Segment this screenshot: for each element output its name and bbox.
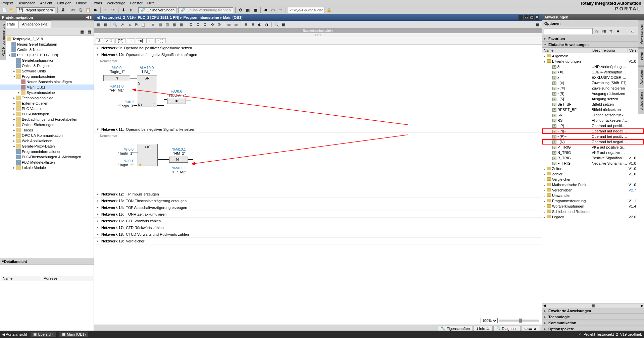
- instruction-row[interactable]: ▸ProgrammsteuerungV1.1: [542, 198, 644, 204]
- tree-item[interactable]: ▸Lokale Module: [0, 165, 94, 170]
- et-icon[interactable]: ⟲: [209, 21, 215, 27]
- sidetab[interactable]: Aufgaben: [638, 66, 644, 88]
- et-icon[interactable]: ▦: [95, 21, 101, 27]
- float-icon[interactable]: ▭: [524, 15, 529, 20]
- tree-item[interactable]: ▸Beobachtungs- und Forcetabellen: [0, 117, 94, 122]
- tree-item[interactable]: ▸Systembausteine: [0, 90, 94, 95]
- network-editor[interactable]: ▸Netzwerk 9:Operand bei positiver Signal…: [94, 45, 542, 325]
- network-header[interactable]: ▸Netzwerk 16:CTU Vorwärts zählen: [94, 218, 542, 224]
- network-header[interactable]: ▸Netzwerk 13:TON Einschaltverzögerung er…: [94, 198, 542, 204]
- quick-instr[interactable]: −o|: [136, 38, 145, 43]
- save-project-button[interactable]: 💾 Projekt speichern: [16, 7, 55, 13]
- print-icon[interactable]: 🖶: [60, 7, 66, 13]
- close-icon[interactable]: ✕: [535, 15, 539, 20]
- tree-item[interactable]: ▸Technologieobjekte: [0, 95, 94, 101]
- tree-item[interactable]: Neuen Baustein hinzufügen: [0, 79, 94, 84]
- main-ob1-tab[interactable]: ▦ Main (OB1): [59, 332, 88, 337]
- interface-bar[interactable]: Bausteinschnittstelle: [94, 29, 542, 33]
- tree-item[interactable]: PLC-Meldetextlisten: [0, 160, 94, 165]
- tree-tool-icon[interactable]: ▦: [79, 29, 85, 35]
- redo-icon[interactable]: ↷: [110, 7, 116, 13]
- menu-item[interactable]: Extras: [92, 1, 102, 5]
- instruction-row[interactable]: EP_TRIGVKE auf positive Signal...: [542, 145, 644, 150]
- n-box[interactable]: N: [103, 75, 130, 81]
- network-header[interactable]: ▸Netzwerk 17:CTD Rückwärts zählen: [94, 224, 542, 231]
- view-icon[interactable]: ▭: [630, 28, 636, 34]
- maximize-icon[interactable]: ▢: [529, 15, 534, 20]
- tb-icon[interactable]: ▭: [278, 7, 284, 13]
- instruction-row[interactable]: E−(N)−Operand bei negativer...: [542, 139, 644, 145]
- network-header[interactable]: ▸Netzwerk 19:Vergleicher: [94, 238, 542, 244]
- tree-item[interactable]: ▸Online-Sicherungen: [0, 122, 94, 127]
- et-icon[interactable]: 📋: [140, 21, 146, 27]
- instruction-row[interactable]: E−(P)−Operand bei positiver ...: [542, 134, 644, 139]
- project-tree[interactable]: ▾Testprojekt_2_V19Neues Gerät hinzufügen…: [0, 36, 94, 258]
- et-icon[interactable]: ↘: [126, 21, 132, 27]
- et-icon[interactable]: ▭: [226, 21, 232, 27]
- et-icon[interactable]: ▥: [164, 21, 170, 27]
- menu-item[interactable]: Projekt: [1, 1, 13, 5]
- overview-tab[interactable]: ▦ Übersicht: [31, 332, 56, 337]
- network-11-header[interactable]: ▾Netzwerk 11:Operand bei negstiver Signa…: [94, 126, 542, 133]
- et-icon[interactable]: ⊞: [243, 21, 249, 27]
- sect-simple[interactable]: ▾Einfache Anweisungen: [542, 42, 644, 48]
- tb-icon[interactable]: ▦: [252, 7, 258, 13]
- sect-favorites[interactable]: ▸Favoriten: [542, 36, 644, 42]
- tb-icon[interactable]: ▭: [270, 7, 276, 13]
- tree-item[interactable]: ▸PLC-Variablen: [0, 106, 94, 111]
- instruction-row[interactable]: ExEXKLUSIV ODER-Verkn...: [542, 75, 644, 80]
- et-icon[interactable]: ⎘: [133, 21, 139, 27]
- menu-item[interactable]: Ansicht: [40, 1, 52, 5]
- quick-instr[interactable]: ↔: [146, 38, 154, 43]
- tree-item[interactable]: ▾PLC_1 [CPU 1511-1 PN]: [0, 52, 94, 58]
- et-icon[interactable]: ◐: [257, 21, 263, 27]
- tree-item[interactable]: ▸Traces: [0, 127, 94, 133]
- sidetab[interactable]: Testen: [638, 48, 644, 65]
- instruction-row[interactable]: ER_TRIGPositive Signalflanke e...V1.0: [542, 155, 644, 161]
- instruction-row[interactable]: ▸LegacyV2.6: [542, 214, 644, 220]
- network-comment[interactable]: Kommentar: [100, 134, 536, 138]
- tree-item[interactable]: ▸PLC-Datentypen: [0, 111, 94, 117]
- et-icon[interactable]: 🔍: [112, 21, 118, 27]
- search-tool-icon[interactable]: ⇆: [608, 28, 614, 34]
- et-icon[interactable]: ⚙: [195, 21, 201, 27]
- et-icon[interactable]: ⚙: [202, 21, 208, 27]
- new-project-icon[interactable]: 📄: [1, 7, 7, 13]
- et-icon[interactable]: ▦: [171, 21, 177, 27]
- instruction-row[interactable]: ▸ZeitenV1.0: [542, 166, 644, 171]
- instruction-row[interactable]: ▸WortverknüpfungenV1.4: [542, 204, 644, 209]
- et-icon[interactable]: ↗: [119, 21, 125, 27]
- search-tool-icon[interactable]: iNt: [601, 28, 607, 34]
- tree-item[interactable]: ▸Software Units: [0, 68, 94, 74]
- open-project-icon[interactable]: 📂: [9, 7, 15, 13]
- instruction-row[interactable]: ERSFlipflop rücksetzen/set...: [542, 118, 644, 123]
- et-icon[interactable]: ◑: [264, 21, 270, 27]
- download-icon[interactable]: ⬇: [120, 7, 127, 13]
- minimize-icon[interactable]: _: [518, 15, 523, 20]
- et-icon[interactable]: ▦: [178, 21, 184, 27]
- sect-tech[interactable]: ▸Technologie: [542, 314, 644, 320]
- sidetab[interactable]: Anweisungen: [638, 20, 644, 48]
- menu-item[interactable]: Fenster: [130, 1, 142, 5]
- instruction-row[interactable]: ▸Schieben und Rotieren: [542, 209, 644, 214]
- upload-icon[interactable]: ⬆: [128, 7, 134, 13]
- tb-icon[interactable]: ✖: [263, 7, 269, 13]
- instruction-row[interactable]: E−[=]Zuweisung [Shift+F7]: [542, 80, 644, 86]
- instruction-row[interactable]: ▸Allgemein: [542, 53, 644, 59]
- et-icon[interactable]: ⊟: [250, 21, 256, 27]
- et-icon[interactable]: ▦: [102, 21, 108, 27]
- tree-item[interactable]: Main [OB1]: [0, 84, 94, 90]
- network-comment[interactable]: Kommentar: [100, 59, 536, 63]
- quick-instr[interactable]: →: [127, 38, 135, 43]
- sr-box[interactable]: SR: [137, 75, 157, 107]
- tree-item[interactable]: PLC-Überwachungen & -Meldungen: [0, 154, 94, 160]
- projnav-tab[interactable]: Anlagenobjekte: [18, 20, 51, 28]
- go-offline-button[interactable]: 🔗 Online-Verbindung trennen: [178, 7, 233, 13]
- tree-item[interactable]: ▸Geräte-Proxy-Daten: [0, 144, 94, 149]
- tree-item[interactable]: ▸Externe Quellen: [0, 101, 94, 106]
- undo-icon[interactable]: ↶: [103, 7, 109, 13]
- instruction-row[interactable]: ESRFlipflop setzen/rückset...: [542, 112, 644, 118]
- tree-item[interactable]: ▸Web Applikationen: [0, 138, 94, 144]
- sidetab-plc-prog[interactable]: PLC-Programmierung: [0, 20, 6, 60]
- et-icon[interactable]: ⟳: [216, 21, 222, 27]
